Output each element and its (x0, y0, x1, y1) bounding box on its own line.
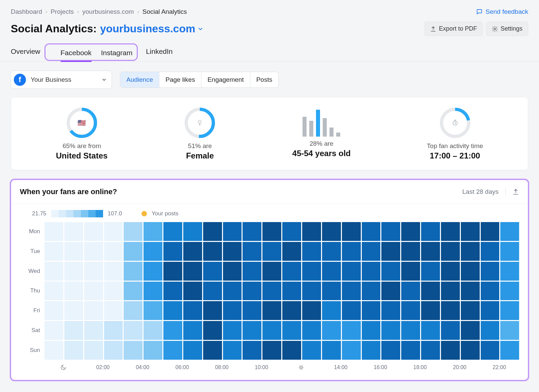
heatmap-cell[interactable] (441, 262, 460, 281)
heatmap-cell[interactable] (441, 301, 460, 320)
heatmap-cell[interactable] (481, 282, 500, 300)
heatmap-cell[interactable] (302, 301, 321, 320)
segment-page-likes[interactable]: Page likes (159, 72, 201, 87)
heatmap-cell[interactable] (362, 242, 381, 261)
tab-overview[interactable]: Overview (11, 45, 40, 62)
heatmap-cell[interactable] (421, 282, 440, 300)
heatmap-cell[interactable] (381, 242, 400, 261)
breadcrumb-item[interactable]: Projects (51, 8, 74, 15)
heatmap-cell[interactable] (302, 321, 321, 340)
settings-button[interactable]: Settings (486, 22, 528, 36)
heatmap-cell[interactable] (44, 222, 63, 241)
heatmap-cell[interactable] (381, 282, 400, 300)
heatmap-cell[interactable] (183, 341, 202, 360)
heatmap-cell[interactable] (481, 321, 500, 340)
heatmap-cell[interactable] (322, 222, 341, 241)
heatmap-cell[interactable] (401, 242, 420, 261)
heatmap-cell[interactable] (124, 301, 142, 320)
heatmap-cell[interactable] (223, 222, 242, 241)
heatmap-cell[interactable] (342, 341, 361, 360)
heatmap-cell[interactable] (64, 321, 83, 340)
heatmap-cell[interactable] (124, 262, 142, 281)
heatmap-cell[interactable] (144, 321, 162, 340)
heatmap-cell[interactable] (302, 282, 321, 300)
heatmap-cell[interactable] (144, 262, 162, 281)
heatmap-cell[interactable] (322, 262, 341, 281)
heatmap-cell[interactable] (104, 242, 123, 261)
export-pdf-button[interactable]: Export to PDF (424, 22, 483, 36)
heatmap-cell[interactable] (104, 301, 123, 320)
heatmap-cell[interactable] (124, 341, 142, 360)
heatmap-cell[interactable] (302, 262, 321, 281)
heatmap-cell[interactable] (322, 301, 341, 320)
heatmap-cell[interactable] (243, 222, 261, 241)
heatmap-cell[interactable] (223, 282, 242, 300)
heatmap-cell[interactable] (243, 262, 261, 281)
heatmap-cell[interactable] (183, 321, 202, 340)
heatmap-cell[interactable] (322, 242, 341, 261)
heatmap-cell[interactable] (243, 301, 261, 320)
heatmap-cell[interactable] (302, 341, 321, 360)
segment-audience[interactable]: Audience (120, 72, 159, 87)
heatmap-cell[interactable] (500, 222, 519, 241)
heatmap-cell[interactable] (282, 301, 301, 320)
heatmap-cell[interactable] (144, 341, 162, 360)
breadcrumb-item[interactable]: Dashboard (11, 8, 42, 15)
heatmap-cell[interactable] (322, 282, 341, 300)
heatmap-cell[interactable] (461, 321, 480, 340)
heatmap-cell[interactable] (441, 321, 460, 340)
heatmap-cell[interactable] (421, 341, 440, 360)
heatmap-cell[interactable] (124, 321, 142, 340)
heatmap-cell[interactable] (500, 341, 519, 360)
heatmap-cell[interactable] (362, 341, 381, 360)
breadcrumb-item[interactable]: yourbusiness.com (82, 8, 134, 15)
heatmap-cell[interactable] (282, 242, 301, 261)
heatmap-cell[interactable] (144, 301, 162, 320)
heatmap-cell[interactable] (203, 242, 222, 261)
heatmap-cell[interactable] (342, 262, 361, 281)
heatmap-cell[interactable] (500, 301, 519, 320)
heatmap-cell[interactable] (124, 282, 142, 300)
heatmap-cell[interactable] (223, 341, 242, 360)
heatmap-cell[interactable] (282, 282, 301, 300)
heatmap-cell[interactable] (183, 282, 202, 300)
heatmap-cell[interactable] (163, 222, 182, 241)
heatmap-cell[interactable] (203, 282, 222, 300)
heatmap-cell[interactable] (183, 242, 202, 261)
tab-facebook[interactable]: Facebook (61, 47, 92, 62)
heatmap-cell[interactable] (401, 301, 420, 320)
heatmap-cell[interactable] (421, 301, 440, 320)
heatmap-cell[interactable] (84, 242, 103, 261)
heatmap-cell[interactable] (64, 282, 83, 300)
heatmap-cell[interactable] (302, 222, 321, 241)
heatmap-cell[interactable] (481, 222, 500, 241)
heatmap-cell[interactable] (84, 262, 103, 281)
heatmap-cell[interactable] (84, 282, 103, 300)
heatmap-cell[interactable] (223, 262, 242, 281)
heatmap-cell[interactable] (163, 242, 182, 261)
heatmap-cell[interactable] (163, 301, 182, 320)
heatmap-cell[interactable] (401, 222, 420, 241)
heatmap-cell[interactable] (362, 282, 381, 300)
heatmap-cell[interactable] (64, 262, 83, 281)
heatmap-cell[interactable] (342, 282, 361, 300)
heatmap-cell[interactable] (421, 222, 440, 241)
heatmap-cell[interactable] (64, 341, 83, 360)
heatmap-cell[interactable] (124, 242, 142, 261)
heatmap-cell[interactable] (461, 301, 480, 320)
heatmap-cell[interactable] (342, 301, 361, 320)
heatmap-cell[interactable] (84, 301, 103, 320)
heatmap-cell[interactable] (144, 222, 162, 241)
heatmap-cell[interactable] (104, 341, 123, 360)
heatmap-cell[interactable] (203, 301, 222, 320)
domain-selector[interactable]: yourbusiness.com (100, 23, 203, 35)
heatmap-cell[interactable] (322, 341, 341, 360)
heatmap-cell[interactable] (84, 321, 103, 340)
heatmap-cell[interactable] (64, 222, 83, 241)
heatmap-cell[interactable] (381, 262, 400, 281)
heatmap-cell[interactable] (163, 341, 182, 360)
segment-posts[interactable]: Posts (250, 72, 279, 87)
heatmap-cell[interactable] (500, 242, 519, 261)
heatmap-cell[interactable] (381, 222, 400, 241)
heatmap-cell[interactable] (362, 301, 381, 320)
